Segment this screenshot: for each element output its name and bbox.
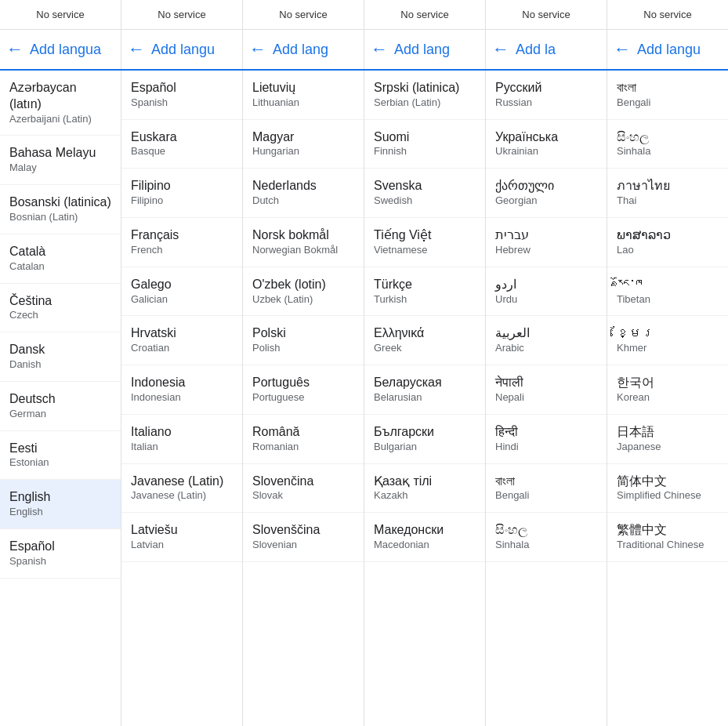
back-arrow-0[interactable]: ← [6, 39, 24, 60]
list-item[interactable]: Srpski (latinica)Serbian (Latin) [364, 71, 485, 120]
header-cell-2[interactable]: ←Add lang [243, 30, 364, 69]
list-item[interactable]: FilipinoFilipino [121, 169, 242, 218]
lang-english-name: French [131, 244, 233, 257]
list-item[interactable]: Қазақ тіліKazakh [364, 464, 485, 514]
header-cell-0[interactable]: ←Add langua [0, 30, 121, 69]
back-arrow-3[interactable]: ← [371, 39, 388, 60]
list-item[interactable]: HrvatskiCroatian [121, 316, 242, 365]
list-item[interactable]: ItalianoItalian [121, 415, 242, 464]
list-item[interactable]: ภาษาไทยThai [607, 169, 728, 218]
list-item[interactable]: العربيةArabic [486, 316, 607, 365]
lang-column-2: LietuviųLithuanianMagyarHungarianNederla… [243, 71, 364, 726]
list-item[interactable]: 简体中文Simplified Chinese [607, 464, 728, 514]
list-item[interactable]: বাংলাBengali [486, 464, 607, 514]
list-item[interactable]: МакедонскиMacedonian [364, 513, 485, 562]
list-item[interactable]: עבריתHebrew [486, 218, 607, 267]
list-item[interactable]: O'zbek (lotin)Uzbek (Latin) [243, 267, 364, 317]
list-item[interactable]: TürkçeTurkish [364, 267, 485, 317]
list-item[interactable]: CatalàCatalan [0, 234, 121, 284]
list-item[interactable]: Tiếng ViệtVietnamese [364, 218, 485, 267]
header-cell-4[interactable]: ←Add la [486, 30, 607, 69]
list-item[interactable]: IndonesiaIndonesian [121, 365, 242, 415]
back-arrow-2[interactable]: ← [249, 39, 266, 60]
lang-english-name: Vietnamese [374, 244, 476, 257]
back-arrow-1[interactable]: ← [128, 39, 145, 60]
lang-english-name: Lao [617, 244, 719, 257]
lang-english-name: Sinhala [495, 539, 597, 552]
lang-native-name: Suomi [374, 129, 476, 146]
list-item[interactable]: GalegoGalician [121, 267, 242, 317]
list-item[interactable]: MagyarHungarian [243, 120, 364, 169]
list-item[interactable]: EspañolSpanish [121, 71, 242, 120]
lang-native-name: O'zbek (lotin) [252, 277, 354, 293]
lang-column-3: Srpski (latinica)Serbian (Latin)SuomiFin… [364, 71, 486, 726]
list-item[interactable]: EnglishEnglish [0, 480, 121, 529]
list-item[interactable]: 한국어Korean [607, 365, 728, 415]
lang-native-name: বাংলা [617, 80, 719, 96]
list-item[interactable]: SvenskaSwedish [364, 169, 485, 218]
list-item[interactable]: རྫོང་ཁTibetan [607, 267, 728, 317]
list-item[interactable]: 繁體中文Traditional Chinese [607, 513, 728, 562]
list-item[interactable]: БългарскиBulgarian [364, 415, 485, 464]
list-item[interactable]: FrançaisFrench [121, 218, 242, 267]
lang-english-name: Danish [9, 358, 111, 372]
list-item[interactable]: PortuguêsPortuguese [243, 365, 364, 415]
list-item[interactable]: БеларускаяBelarusian [364, 365, 485, 415]
list-item[interactable]: ΕλληνικάGreek [364, 316, 485, 365]
list-item[interactable]: EuskaraBasque [121, 120, 242, 169]
list-item[interactable]: DeutschGerman [0, 382, 121, 431]
list-item[interactable]: РусскийRussian [486, 71, 607, 120]
header-title-3: Add lang [394, 42, 450, 58]
list-item[interactable]: Norsk bokmålNorwegian Bokmål [243, 218, 364, 267]
list-item[interactable]: ພາສາລາວLao [607, 218, 728, 267]
lang-native-name: Català [9, 244, 111, 260]
list-item[interactable]: اردوUrdu [486, 267, 607, 317]
list-item[interactable]: ČeštinaCzech [0, 284, 121, 333]
list-item[interactable]: Bosanski (latinica)Bosnian (Latin) [0, 185, 121, 234]
lang-english-name: Urdu [495, 293, 597, 307]
list-item[interactable]: SlovenščinaSlovenian [243, 513, 364, 562]
list-item[interactable]: Azərbaycan (latın)Azerbaijani (Latin) [0, 71, 121, 136]
lang-native-name: Български [374, 424, 476, 441]
header-cell-3[interactable]: ←Add lang [364, 30, 486, 69]
list-item[interactable]: EestiEstonian [0, 431, 121, 481]
list-item[interactable]: සිංහලSinhala [486, 513, 607, 562]
list-item[interactable]: RomânăRomanian [243, 415, 364, 464]
back-arrow-5[interactable]: ← [614, 39, 631, 60]
back-arrow-4[interactable]: ← [492, 39, 509, 60]
lang-english-name: Norwegian Bokmål [252, 244, 354, 257]
lang-native-name: Srpski (latinica) [374, 80, 476, 96]
list-item[interactable]: LietuviųLithuanian [243, 71, 364, 120]
list-item[interactable]: বাংলাBengali [607, 71, 728, 120]
list-item[interactable]: SlovenčinaSlovak [243, 464, 364, 514]
list-item[interactable]: ქართულიGeorgian [486, 169, 607, 218]
lang-native-name: සිංහල [617, 129, 719, 146]
lang-english-name: Korean [617, 391, 719, 405]
lang-native-name: Galego [131, 277, 233, 293]
header-title-1: Add langu [151, 42, 215, 58]
list-item[interactable]: ខ្មែរKhmer [607, 316, 728, 365]
list-item[interactable]: PolskiPolish [243, 316, 364, 365]
header-cell-1[interactable]: ←Add langu [121, 30, 243, 69]
list-item[interactable]: नेपालीNepali [486, 365, 607, 415]
lang-english-name: Hindi [495, 441, 597, 454]
list-item[interactable]: NederlandsDutch [243, 169, 364, 218]
list-item[interactable]: हिन्दीHindi [486, 415, 607, 464]
list-item[interactable]: DanskDanish [0, 332, 121, 382]
list-item[interactable]: Javanese (Latin)Javanese (Latin) [121, 464, 242, 514]
lang-native-name: हिन्दी [495, 424, 597, 441]
list-item[interactable]: LatviešuLatvian [121, 513, 242, 562]
lang-english-name: Slovak [252, 489, 354, 503]
lang-native-name: Latviešu [131, 522, 233, 539]
list-item[interactable]: SuomiFinnish [364, 120, 485, 169]
lang-english-name: Bengali [617, 96, 719, 110]
list-item[interactable]: සිංහලSinhala [607, 120, 728, 169]
list-item[interactable]: Bahasa MelayuMalay [0, 136, 121, 185]
lang-native-name: Bahasa Melayu [9, 145, 111, 162]
list-item[interactable]: 日本語Japanese [607, 415, 728, 464]
list-item[interactable]: EspañolSpanish [0, 529, 121, 579]
lang-native-name: Deutsch [9, 391, 111, 408]
header-cell-5[interactable]: ←Add langu [607, 30, 728, 69]
lang-english-name: Portuguese [252, 391, 354, 405]
list-item[interactable]: УкраїнськаUkrainian [486, 120, 607, 169]
